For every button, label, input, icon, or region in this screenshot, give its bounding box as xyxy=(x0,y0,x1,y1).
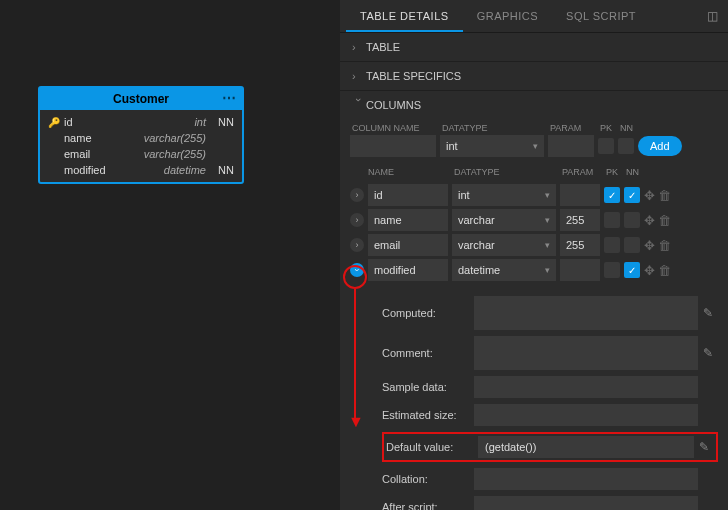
caret-down-icon: ▾ xyxy=(545,240,550,250)
col-datatype-select[interactable]: varchar▾ xyxy=(452,209,556,231)
section-body-columns: COLUMN NAME DATATYPE PARAM PK NN int▾ Ad… xyxy=(340,119,728,510)
detail-sample: Sample data: xyxy=(382,376,718,398)
col-param-input[interactable] xyxy=(560,234,600,256)
col-pk-checkbox[interactable] xyxy=(604,187,620,203)
estsize-input[interactable] xyxy=(474,404,698,426)
section-header-columns[interactable]: › COLUMNS xyxy=(340,91,728,119)
edit-icon[interactable]: ✎ xyxy=(694,440,714,454)
delete-icon[interactable]: 🗑 xyxy=(658,213,671,228)
detail-after: After script: xyxy=(382,496,718,510)
collation-input[interactable] xyxy=(474,468,698,490)
tab-graphics[interactable]: GRAPHICS xyxy=(463,0,552,32)
col-name-input[interactable] xyxy=(368,259,448,281)
col-name: email xyxy=(64,148,126,160)
edit-icon[interactable]: ✎ xyxy=(698,346,718,360)
col-nn-checkbox[interactable] xyxy=(624,212,640,228)
expand-toggle[interactable]: › xyxy=(350,213,364,227)
canvas[interactable]: Customer ⋯ 🔑 id int NN name varchar(255)… xyxy=(0,0,340,510)
entity-row: name varchar(255) xyxy=(40,130,242,146)
col-name: name xyxy=(64,132,126,144)
entity-title: Customer xyxy=(113,92,169,106)
hdr-param: PARAM xyxy=(550,123,596,133)
col-nn-checkbox[interactable] xyxy=(624,237,640,253)
col-param-input[interactable] xyxy=(560,184,600,206)
hdr-pk: PK xyxy=(600,123,616,133)
primary-key-icon: 🔑 xyxy=(48,117,64,128)
detail-comment: Comment: ✎ xyxy=(382,336,718,370)
caret-down-icon: ▾ xyxy=(533,141,538,151)
detail-default-value: Default value: (getdate()) ✎ xyxy=(382,432,718,462)
col-nn: NN xyxy=(206,116,234,128)
chevron-right-icon: › xyxy=(352,70,366,82)
edit-icon[interactable]: ✎ xyxy=(698,306,718,320)
col-nn-checkbox[interactable] xyxy=(624,187,640,203)
expand-toggle[interactable]: › xyxy=(350,238,364,252)
col-type: datetime xyxy=(126,164,206,176)
column-row-name: › varchar▾ ✥🗑 xyxy=(350,209,718,231)
chevron-right-icon: › xyxy=(352,41,366,53)
expand-toggle[interactable]: › xyxy=(350,263,364,277)
col-datatype-select[interactable]: datetime▾ xyxy=(452,259,556,281)
panel-layout-icon[interactable]: ◫ xyxy=(703,9,722,23)
entity-customer[interactable]: Customer ⋯ 🔑 id int NN name varchar(255)… xyxy=(38,86,244,184)
col-name-input[interactable] xyxy=(368,209,448,231)
comment-input[interactable] xyxy=(474,336,698,370)
entity-row: 🔑 id int NN xyxy=(40,114,242,130)
section-title: TABLE SPECIFICS xyxy=(366,70,461,82)
caret-down-icon: ▾ xyxy=(545,215,550,225)
new-col-name-input[interactable] xyxy=(350,135,436,157)
new-col-param-input[interactable] xyxy=(548,135,594,157)
move-icon[interactable]: ✥ xyxy=(644,188,655,203)
move-icon[interactable]: ✥ xyxy=(644,213,655,228)
tab-table-details[interactable]: TABLE DETAILS xyxy=(346,0,463,32)
expand-toggle[interactable]: › xyxy=(350,188,364,202)
tab-sql-script[interactable]: SQL SCRIPT xyxy=(552,0,650,32)
new-col-pk-checkbox[interactable] xyxy=(598,138,614,154)
new-column-row: int▾ Add xyxy=(350,135,718,157)
col-datatype-select[interactable]: int▾ xyxy=(452,184,556,206)
col-pk-checkbox[interactable] xyxy=(604,262,620,278)
delete-icon[interactable]: 🗑 xyxy=(658,188,671,203)
column-row-modified: › datetime▾ ✥🗑 xyxy=(350,259,718,281)
entity-row: email varchar(255) xyxy=(40,146,242,162)
col-param-input[interactable] xyxy=(560,209,600,231)
add-button[interactable]: Add xyxy=(638,136,682,156)
col-nn-checkbox[interactable] xyxy=(624,262,640,278)
sample-input[interactable] xyxy=(474,376,698,398)
caret-down-icon: ▾ xyxy=(545,190,550,200)
details-panel: TABLE DETAILS GRAPHICS SQL SCRIPT ◫ › TA… xyxy=(340,0,728,510)
default-value-input[interactable]: (getdate()) xyxy=(478,436,694,458)
column-details-modified: Computed: ✎ Comment: ✎ Sample data: xyxy=(350,284,718,510)
move-icon[interactable]: ✥ xyxy=(644,263,655,278)
col-type: int xyxy=(126,116,206,128)
move-icon[interactable]: ✥ xyxy=(644,238,655,253)
section-header-specifics[interactable]: › TABLE SPECIFICS xyxy=(340,62,728,90)
chevron-down-icon: › xyxy=(353,98,365,112)
section-columns: › COLUMNS COLUMN NAME DATATYPE PARAM PK … xyxy=(340,91,728,510)
entity-header[interactable]: Customer ⋯ xyxy=(40,88,242,110)
col-pk-checkbox[interactable] xyxy=(604,212,620,228)
column-list: NAME DATATYPE PARAM PK NN › int▾ ✥🗑 › xyxy=(350,167,718,510)
hdr-datatype: DATATYPE xyxy=(454,167,558,177)
col-name-input[interactable] xyxy=(368,234,448,256)
entity-menu-icon[interactable]: ⋯ xyxy=(222,90,236,106)
new-col-datatype-select[interactable]: int▾ xyxy=(440,135,544,157)
detail-estsize: Estimated size: xyxy=(382,404,718,426)
col-param-input[interactable] xyxy=(560,259,600,281)
delete-icon[interactable]: 🗑 xyxy=(658,238,671,253)
col-pk-checkbox[interactable] xyxy=(604,237,620,253)
detail-computed: Computed: ✎ xyxy=(382,296,718,330)
col-datatype-select[interactable]: varchar▾ xyxy=(452,234,556,256)
section-specifics: › TABLE SPECIFICS xyxy=(340,62,728,91)
computed-input[interactable] xyxy=(474,296,698,330)
hdr-nn: NN xyxy=(626,167,642,177)
col-type: varchar(255) xyxy=(126,132,206,144)
entity-row: modified datetime NN xyxy=(40,162,242,178)
col-name-input[interactable] xyxy=(368,184,448,206)
hdr-pk: PK xyxy=(606,167,622,177)
new-col-nn-checkbox[interactable] xyxy=(618,138,634,154)
section-header-table[interactable]: › TABLE xyxy=(340,33,728,61)
delete-icon[interactable]: 🗑 xyxy=(658,263,671,278)
after-script-input[interactable] xyxy=(474,496,698,510)
section-title: COLUMNS xyxy=(366,99,421,111)
